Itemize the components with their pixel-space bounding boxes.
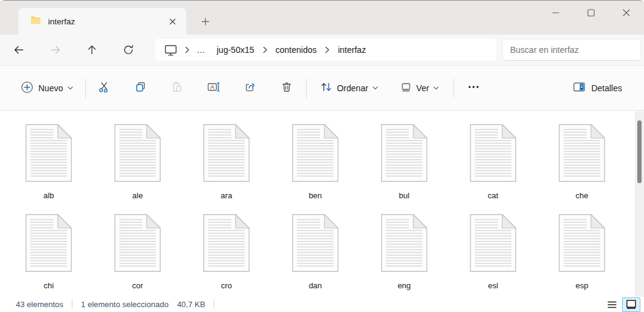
navigation-bar: … jug-50x15 contenidos interfaz (0, 35, 644, 66)
details-pane-icon (573, 81, 586, 95)
maximize-icon[interactable] (573, 1, 609, 25)
minimize-icon[interactable] (538, 1, 573, 25)
file-label: dan (309, 281, 322, 290)
window-controls (538, 1, 644, 25)
text-document-icon (26, 214, 72, 274)
copy-button[interactable] (128, 76, 153, 100)
file-label: che (576, 191, 589, 200)
text-document-icon (114, 124, 161, 184)
this-pc-icon[interactable] (159, 41, 183, 59)
up-arrow-icon[interactable] (81, 39, 103, 61)
text-document-icon (470, 214, 516, 274)
file-item[interactable]: dan (271, 206, 360, 296)
sort-button-label: Ordenar (337, 83, 368, 93)
close-icon[interactable] (609, 1, 644, 25)
selection-status: 1 elemento seleccionado (80, 300, 170, 309)
breadcrumb-item-interfaz[interactable]: interfaz (332, 42, 372, 58)
status-separator (72, 300, 72, 309)
file-label: alb (43, 191, 54, 200)
more-button[interactable] (461, 76, 486, 100)
rename-button[interactable]: A (201, 76, 226, 100)
folder-icon (30, 16, 41, 27)
new-button[interactable]: Nuevo (15, 76, 79, 101)
file-label: esl (488, 281, 499, 290)
breadcrumb-item-contenidos[interactable]: contenidos (270, 42, 323, 58)
file-list-area: alb ale (0, 111, 633, 297)
file-item[interactable]: esp (537, 206, 626, 296)
refresh-icon[interactable] (117, 39, 139, 61)
file-item[interactable]: ale (93, 116, 182, 206)
text-document-icon (559, 214, 605, 274)
file-item[interactable]: cor (93, 206, 182, 296)
cut-button[interactable] (92, 76, 116, 100)
view-button[interactable]: Ver (394, 76, 445, 100)
text-document-icon (26, 124, 72, 184)
tab-title: interfaz (48, 17, 164, 26)
command-toolbar: Nuevo A (0, 66, 644, 111)
scrollbar-thumb[interactable] (637, 120, 642, 183)
text-document-icon (381, 124, 427, 184)
file-label: ben (309, 191, 322, 200)
file-item[interactable]: chi (4, 206, 93, 296)
file-item[interactable]: alb (4, 116, 93, 206)
forward-arrow-icon[interactable] (44, 39, 66, 61)
breadcrumb-item-jug-50x15[interactable]: jug-50x15 (211, 42, 261, 58)
text-document-icon (559, 124, 605, 184)
file-label: esp (576, 281, 589, 290)
search-input[interactable] (510, 45, 633, 55)
file-item[interactable]: ben (271, 116, 360, 206)
text-document-icon (292, 124, 338, 184)
chevron-down-icon (433, 86, 439, 90)
file-label: cro (221, 281, 232, 290)
paste-icon (171, 81, 183, 95)
tab-interfaz[interactable]: interfaz (18, 8, 186, 35)
file-item[interactable]: esl (449, 206, 537, 296)
view-button-label: Ver (416, 83, 429, 93)
file-item[interactable]: ara (182, 116, 271, 206)
text-document-icon (203, 214, 250, 274)
sort-icon (320, 81, 332, 95)
more-icon (467, 81, 480, 95)
details-button-label: Detalles (591, 83, 622, 93)
text-document-icon (381, 214, 427, 274)
sort-button[interactable]: Ordenar (314, 76, 383, 100)
toolbar-separator (453, 78, 454, 98)
chevron-right-icon (261, 46, 270, 54)
text-document-icon (203, 124, 250, 184)
rename-icon: A (207, 81, 220, 95)
breadcrumb-overflow[interactable]: … (192, 42, 211, 58)
delete-button[interactable] (275, 76, 299, 100)
details-button[interactable]: Detalles (567, 77, 628, 100)
back-arrow-icon[interactable] (8, 39, 30, 61)
file-item[interactable]: eng (360, 206, 449, 296)
paste-button[interactable] (165, 76, 189, 100)
delete-icon (281, 81, 293, 95)
share-icon (244, 81, 256, 95)
file-label: chi (44, 281, 54, 290)
chevron-right-icon (323, 46, 332, 54)
status-separator (214, 300, 214, 309)
file-label: cat (488, 191, 498, 200)
file-item[interactable]: cat (449, 116, 537, 206)
breadcrumb: … jug-50x15 contenidos interfaz (155, 39, 496, 61)
chevron-down-icon (373, 86, 378, 90)
file-item[interactable]: che (537, 116, 626, 206)
selection-size: 40,7 KB (176, 300, 206, 309)
toolbar-separator (306, 78, 307, 98)
file-item[interactable]: cro (182, 206, 271, 296)
text-document-icon (470, 124, 516, 184)
tab-close-icon[interactable] (164, 13, 180, 29)
view-toggles (604, 297, 640, 312)
text-document-icon (292, 214, 338, 274)
new-tab-plus-icon[interactable] (196, 13, 214, 30)
large-icon-view-icon[interactable] (622, 297, 640, 312)
file-label: cor (132, 281, 143, 290)
share-button[interactable] (238, 76, 262, 100)
list-view-icon[interactable] (604, 298, 620, 311)
text-document-icon (114, 214, 161, 274)
cut-icon (98, 81, 110, 95)
toolbar-separator (85, 78, 86, 98)
vertical-scrollbar[interactable] (635, 111, 644, 297)
item-count: 43 elementos (15, 300, 65, 309)
file-item[interactable]: bul (360, 116, 449, 206)
